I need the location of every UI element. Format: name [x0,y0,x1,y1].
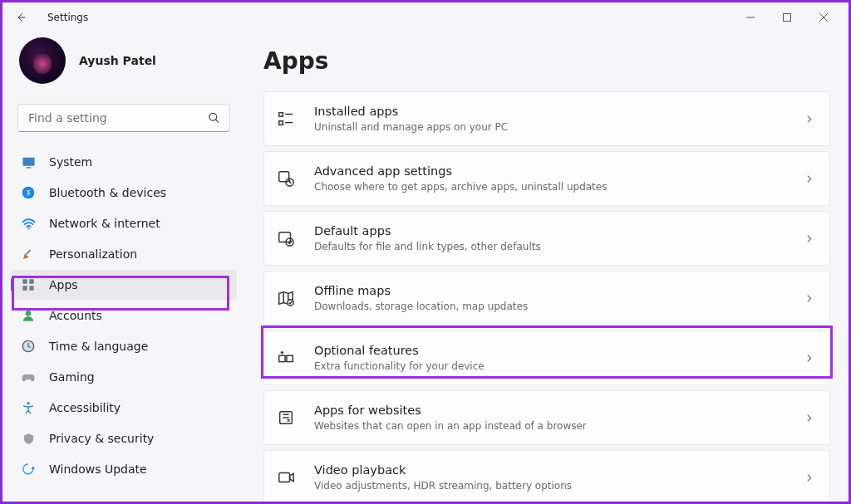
sidebar: Ayush Patel System Bluetooth & devices N… [2,32,245,502]
card-title: Advanced app settings [314,164,804,179]
sidebar-item-personalization[interactable]: Personalization [11,239,237,269]
optional-features-icon [276,348,296,368]
svg-rect-1 [784,14,791,22]
profile-name: Ayush Patel [79,54,156,67]
sidebar-item-apps[interactable]: Apps [11,270,237,300]
svg-point-7 [27,228,29,229]
system-icon [21,154,36,169]
card-default-apps[interactable]: Default apps Defaults for file and link … [263,211,830,266]
maximize-icon [783,13,791,22]
sidebar-item-label: Windows Update [49,462,147,476]
sidebar-item-time[interactable]: Time & language [11,331,237,361]
svg-rect-17 [279,113,283,117]
installed-apps-icon [276,109,296,129]
svg-rect-26 [279,355,285,361]
card-desc: Extra functionality for your device [314,360,804,374]
card-title: Apps for websites [314,403,804,418]
sidebar-item-privacy[interactable]: Privacy & security [11,423,237,453]
search-input[interactable] [17,104,230,132]
sidebar-item-network[interactable]: Network & internet [11,208,237,238]
svg-point-16 [27,402,29,404]
minimize-button[interactable] [732,5,769,30]
svg-point-13 [26,311,32,316]
close-button[interactable] [805,5,842,30]
card-desc: Uninstall and manage apps on your PC [314,121,804,135]
personalization-icon [21,247,36,262]
svg-rect-5 [26,167,31,168]
sidebar-item-update[interactable]: Windows Update [11,454,237,484]
sidebar-nav: System Bluetooth & devices Network & int… [2,144,245,488]
chevron-right-icon [804,114,814,125]
privacy-icon [21,431,36,446]
svg-point-2 [209,113,217,120]
main-panel: Apps Installed apps Uninstall and manage… [245,32,849,502]
card-desc: Choose where to get apps, archive apps, … [314,181,804,194]
sidebar-item-label: Bluetooth & devices [49,186,166,199]
svg-rect-10 [29,279,33,283]
sidebar-item-accounts[interactable]: Accounts [11,301,237,330]
search-wrap [17,104,230,132]
gaming-icon [21,369,36,384]
titlebar: Settings [2,2,849,32]
card-desc: Defaults for file and link types, other … [314,241,804,254]
card-desc: Websites that can open in an app instead… [314,420,804,433]
svg-rect-8 [26,250,32,256]
minimize-icon [746,13,755,22]
video-playback-icon [276,467,296,487]
card-advanced-app-settings[interactable]: Advanced app settings Choose where to ge… [263,151,830,206]
svg-rect-21 [279,172,289,182]
svg-point-15 [22,340,33,351]
svg-rect-29 [279,473,290,482]
svg-rect-23 [279,232,291,242]
chevron-right-icon [804,472,814,483]
sidebar-item-label: Apps [49,278,78,291]
maximize-button[interactable] [769,5,805,30]
chevron-right-icon [804,413,814,423]
card-video-playback[interactable]: Video playback Video adjustments, HDR st… [263,450,830,502]
sidebar-item-label: Accessibility [49,401,121,414]
sidebar-item-gaming[interactable]: Gaming [11,362,237,392]
sidebar-item-system[interactable]: System [11,147,237,177]
sidebar-item-label: Accounts [49,309,102,322]
default-apps-icon [276,228,296,248]
search-icon [208,112,220,125]
svg-rect-27 [287,355,293,361]
svg-rect-12 [29,286,33,290]
window-controls [732,5,842,30]
chevron-right-icon [804,233,814,244]
bluetooth-icon [21,185,36,200]
page-title: Apps [263,47,830,75]
update-icon [21,462,36,477]
advanced-settings-icon [276,169,296,188]
accounts-icon [21,308,36,323]
accessibility-icon [21,400,36,415]
apps-websites-icon [276,408,296,428]
card-title: Default apps [314,223,804,239]
card-offline-maps[interactable]: Offline maps Downloads, storage location… [263,271,830,325]
chevron-right-icon [804,174,814,184]
sidebar-item-bluetooth[interactable]: Bluetooth & devices [11,178,237,208]
chevron-right-icon [804,353,814,364]
sidebar-item-label: Gaming [49,370,95,384]
time-icon [21,339,36,354]
apps-icon [21,277,36,292]
profile-section[interactable]: Ayush Patel [2,37,245,104]
card-installed-apps[interactable]: Installed apps Uninstall and manage apps… [263,91,830,146]
settings-card-list: Installed apps Uninstall and manage apps… [263,91,830,502]
sidebar-item-label: Personalization [49,247,137,261]
back-arrow-icon [15,12,27,23]
offline-maps-icon [276,288,296,308]
card-desc: Video adjustments, HDR streaming, batter… [314,480,804,493]
card-optional-features[interactable]: Optional features Extra functionality fo… [263,330,830,385]
card-apps-for-websites[interactable]: Apps for websites Websites that can open… [263,390,830,445]
svg-rect-11 [22,286,27,290]
card-title: Offline maps [314,283,804,299]
sidebar-item-accessibility[interactable]: Accessibility [11,393,237,423]
close-icon [819,13,828,22]
card-title: Optional features [314,343,804,359]
sidebar-item-label: Privacy & security [49,432,154,445]
window-title: Settings [47,12,88,23]
back-button[interactable] [9,6,32,29]
chevron-right-icon [804,293,814,304]
svg-rect-18 [279,121,283,125]
